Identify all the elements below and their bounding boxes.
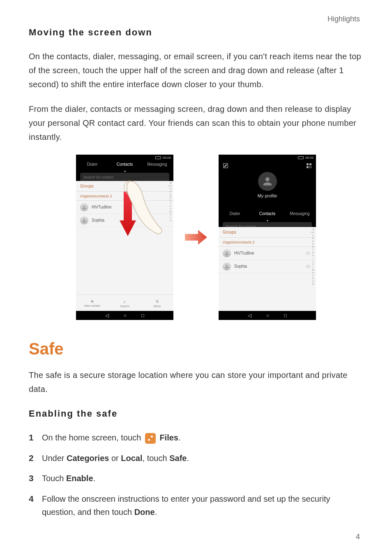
tab-dialer[interactable]: Dialer <box>219 210 251 220</box>
status-bar: 08:08 <box>76 155 173 160</box>
back-icon[interactable]: ◁ <box>105 313 109 318</box>
qr-icon[interactable] <box>306 163 312 169</box>
step-number: 4 <box>29 492 36 506</box>
step-1: 1 On the home screen, touch Files. <box>29 431 363 445</box>
status-bar: 08:08 <box>219 155 316 160</box>
home-icon[interactable]: ○ <box>266 313 269 318</box>
section-title-enabling-safe: Enabling the safe <box>29 408 363 419</box>
phone-screenshot-before: 08:08 Dialer Contacts Messaging Search f… <box>76 155 173 320</box>
alphabet-index[interactable]: ★#ABCDEFGHIJKLMNOPQR <box>311 228 315 294</box>
avatar-icon <box>80 203 88 211</box>
back-icon[interactable]: ◁ <box>248 313 251 318</box>
search-button[interactable]: ⌕Search <box>108 295 141 311</box>
tab-contacts[interactable]: Contacts <box>251 210 284 220</box>
svg-rect-7 <box>309 167 310 168</box>
battery-icon <box>298 156 304 159</box>
step-text: On the home screen, touch Files. <box>42 431 363 444</box>
tab-messaging[interactable]: Messaging <box>141 160 173 171</box>
step-text: Under Categories or Local, touch Safe. <box>42 452 363 465</box>
status-time: 08:08 <box>305 156 314 160</box>
avatar-icon <box>258 172 277 191</box>
home-icon[interactable]: ○ <box>124 313 127 318</box>
top-tabs: Dialer Contacts Messaging <box>219 210 316 220</box>
contact-name: HiVTudline <box>92 205 112 209</box>
card-icon <box>306 251 310 255</box>
step-number: 1 <box>29 431 36 445</box>
svg-rect-5 <box>309 166 310 167</box>
contact-name: HiVTudline <box>234 251 254 255</box>
battery-icon <box>155 156 161 159</box>
body-paragraph-2: From the dialer, contacts or messaging s… <box>29 102 363 144</box>
step-text: Touch Enable. <box>42 472 363 485</box>
menu-button[interactable]: ≡Menu <box>141 295 173 311</box>
steps-list: 1 On the home screen, touch Files. 2 Und… <box>29 431 363 519</box>
svg-rect-3 <box>309 163 311 165</box>
card-icon <box>306 264 310 269</box>
contact-row-2[interactable]: Sophia <box>76 214 173 227</box>
body-paragraph-1: On the contacts, dialer, messaging, or e… <box>29 49 363 91</box>
android-nav-bar: ◁ ○ □ <box>219 311 316 320</box>
tab-messaging[interactable]: Messaging <box>284 210 316 220</box>
svg-rect-6 <box>311 166 311 167</box>
groups-label: Groups <box>223 230 236 234</box>
contacts-panel: Groups › Organizecontacts 2 HiVTudline S… <box>219 227 316 311</box>
svg-rect-8 <box>311 167 311 168</box>
files-app-icon <box>145 433 156 444</box>
illustration-row: 08:08 Dialer Contacts Messaging Search f… <box>29 155 363 320</box>
svg-rect-10 <box>307 265 310 267</box>
contact-name: Sophia <box>234 264 247 269</box>
transition-arrow-icon <box>185 229 207 246</box>
step-2: 2 Under Categories or Local, touch Safe. <box>29 451 363 465</box>
avatar-icon <box>223 262 231 271</box>
profile-label: My profile <box>258 193 277 198</box>
contacts-panel: Groups › Organizecontacts 2 HiVTudline S… <box>76 181 173 311</box>
search-input[interactable]: Search for contact <box>80 173 169 182</box>
profile-card: My profile <box>219 160 316 210</box>
bottom-action-bar: +New contact ⌕Search ≡Menu <box>76 294 173 311</box>
page-number: 4 <box>356 533 360 541</box>
android-nav-bar: ◁ ○ □ <box>76 311 173 320</box>
top-tabs: Dialer Contacts Messaging <box>76 160 173 171</box>
recent-icon[interactable]: □ <box>284 313 287 318</box>
step-number: 2 <box>29 451 36 465</box>
step-number: 3 <box>29 471 36 485</box>
new-contact-button[interactable]: +New contact <box>76 295 108 311</box>
contact-row-1[interactable]: HiVTudline <box>76 201 173 214</box>
safe-intro-paragraph: The safe is a secure storage location wh… <box>29 368 363 396</box>
contact-row-2[interactable]: Sophia <box>219 260 316 273</box>
groups-row[interactable]: Groups › <box>76 181 173 192</box>
running-header: Highlights <box>327 15 360 23</box>
step-text: Follow the onscreen instructions to ente… <box>42 492 363 519</box>
alphabet-index-short[interactable]: MNOPQRSTUVWXYZ <box>168 182 173 294</box>
svg-rect-9 <box>307 252 310 254</box>
recent-icon[interactable]: □ <box>141 313 144 318</box>
groups-row[interactable]: Groups › <box>219 227 316 238</box>
avatar-icon <box>223 249 231 257</box>
section-title-moving-screen-down: Moving the screen down <box>29 27 363 38</box>
org-header: Organizecontacts 2 <box>219 238 316 247</box>
contact-name: Sophia <box>92 218 104 222</box>
edit-icon[interactable] <box>223 163 228 169</box>
org-header: Organizecontacts 2 <box>76 192 173 201</box>
heading-safe: Safe <box>29 340 363 358</box>
svg-rect-4 <box>307 166 309 168</box>
groups-label: Groups <box>80 184 94 188</box>
step-4: 4 Follow the onscreen instructions to en… <box>29 492 363 519</box>
tab-dialer[interactable]: Dialer <box>76 160 108 171</box>
status-time: 08:08 <box>163 156 171 160</box>
svg-rect-2 <box>307 163 309 165</box>
tab-contacts[interactable]: Contacts <box>108 160 141 171</box>
step-3: 3 Touch Enable. <box>29 471 363 485</box>
avatar-icon <box>80 216 88 225</box>
contact-row-1[interactable]: HiVTudline <box>219 247 316 260</box>
phone-screenshot-after: 08:08 My profile Dialer Contacts Messagi… <box>219 155 316 320</box>
